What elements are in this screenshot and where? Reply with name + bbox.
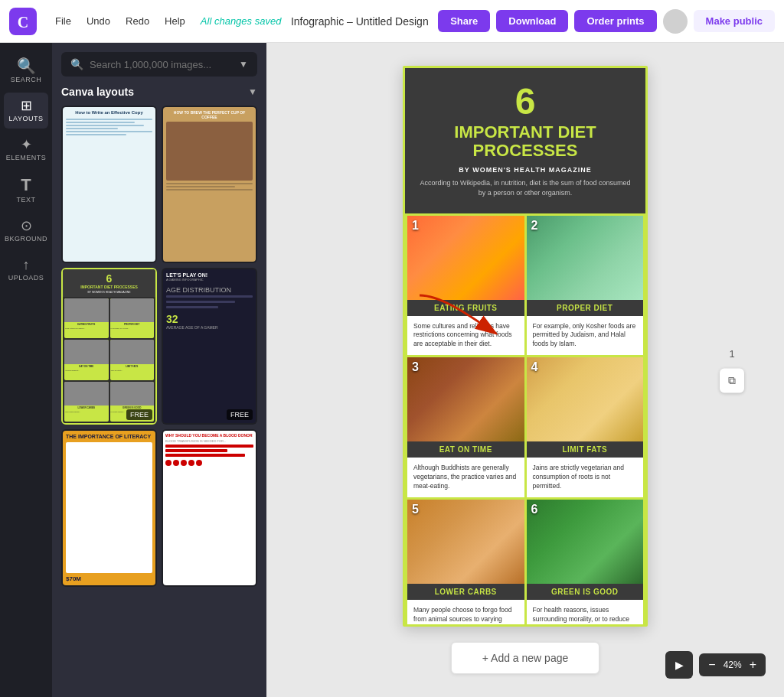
left-panel: 🔍 ▼ Canva layouts ▼ How to Write an Effe… xyxy=(52,43,266,697)
layout-card-blood[interactable]: WHY SHOULD YOU BECOME A BLOOD DONOR BLOO… xyxy=(162,429,257,587)
nav-redo[interactable]: Redo xyxy=(119,12,155,30)
background-icon: ⊙ xyxy=(21,219,32,233)
info-cell-3: 3 EAT ON TIME Although Buddhists are gen… xyxy=(407,357,524,497)
info-cell-label-1: EATING FRUITS xyxy=(407,300,524,316)
infographic-description: According to Wikipedia, in nutrition, di… xyxy=(417,178,633,197)
sidebar-label-search: SEARCH xyxy=(11,76,42,83)
layout-card-diet[interactable]: 6 IMPORTANT DIET PROCESSES BY WOMEN'S HE… xyxy=(61,268,157,425)
text-icon: T xyxy=(21,177,31,194)
uploads-icon: ↑ xyxy=(23,258,30,272)
sidebar-item-search[interactable]: 🔍 SEARCH xyxy=(4,52,48,90)
bottom-bar: ▶ − 42% + xyxy=(665,651,766,679)
info-cell-num-6: 6 xyxy=(531,503,538,516)
elements-icon: ✦ xyxy=(21,138,32,151)
canvas-area[interactable]: 6 IMPORTANT DIET PROCESSES BY WOMEN'S HE… xyxy=(266,43,784,697)
topbar-actions: Share Download Order prints Make public xyxy=(438,9,775,34)
infographic-grid: 1 EATING FRUITS Some cultures and religi… xyxy=(405,213,645,627)
zoom-out-button[interactable]: − xyxy=(705,656,718,673)
layout-card-copy[interactable]: How to Write an Effective Copy xyxy=(61,106,157,263)
info-cell-label-6: GREEN IS GOOD xyxy=(527,584,644,600)
sidebar-label-elements: ELEMENTS xyxy=(6,154,47,161)
sidebar-item-elements[interactable]: ✦ ELEMENTS xyxy=(4,132,48,168)
search-input[interactable] xyxy=(90,59,233,70)
info-cell-label-5: LOWER CARBS xyxy=(407,584,524,600)
info-cell-text-1: Some cultures and religions have restric… xyxy=(407,316,524,356)
infographic-title: IMPORTANT DIET PROCESSES xyxy=(417,123,633,160)
nav-file[interactable]: File xyxy=(49,12,77,30)
info-cell-num-2: 2 xyxy=(531,219,538,233)
infographic-header: 6 IMPORTANT DIET PROCESSES BY WOMEN'S HE… xyxy=(405,68,645,213)
info-cell-num-1: 1 xyxy=(412,219,419,233)
sidebar-item-background[interactable]: ⊙ BKGROUND xyxy=(4,213,48,249)
info-cell-text-6: For health reasons, issues surrounding m… xyxy=(527,600,644,627)
info-cell-num-4: 4 xyxy=(531,360,538,374)
doc-title: Infographic – Untitled Design xyxy=(287,15,432,28)
nav-undo[interactable]: Undo xyxy=(80,12,116,30)
present-tool[interactable]: ▶ xyxy=(665,651,693,679)
main-area: 🔍 SEARCH ⊞ LAYOUTS ✦ ELEMENTS T TEXT ⊙ B… xyxy=(0,43,784,697)
infographic-canvas[interactable]: 6 IMPORTANT DIET PROCESSES BY WOMEN'S HE… xyxy=(403,66,648,627)
share-button[interactable]: Share xyxy=(438,10,490,32)
info-cell-img-2: 2 xyxy=(527,216,644,300)
topbar: C File Undo Redo Help All changes saved … xyxy=(0,0,784,43)
order-prints-button[interactable]: Order prints xyxy=(574,10,656,32)
svg-text:C: C xyxy=(18,14,28,31)
topbar-nav: File Undo Redo Help All changes saved xyxy=(49,12,281,30)
nav-help[interactable]: Help xyxy=(158,12,191,30)
zoom-in-button[interactable]: + xyxy=(746,656,760,673)
info-cell-img-1: 1 xyxy=(407,216,524,300)
section-expand-icon[interactable]: ▼ xyxy=(248,86,257,97)
info-cell-label-2: PROPER DIET xyxy=(527,300,644,316)
info-cell-2: 2 PROPER DIET For example, only Kosher f… xyxy=(527,216,644,356)
section-header: Canva layouts ▼ xyxy=(61,86,257,98)
info-cell-text-4: Jains are strictly vegetarian and consum… xyxy=(527,458,644,497)
layout-card-coffee[interactable]: HOW TO BREW THE PERFECT CUP OF COFFEE xyxy=(162,106,257,263)
make-public-button[interactable]: Make public xyxy=(694,10,775,32)
info-cell-text-2: For example, only Kosher foods are permi… xyxy=(527,316,644,356)
section-title: Canva layouts xyxy=(61,86,134,98)
zoom-level: 42% xyxy=(720,660,745,670)
free-badge-game: FREE xyxy=(227,409,253,420)
infographic-number: 6 xyxy=(417,83,633,120)
zoom-controls: − 42% + xyxy=(699,653,766,676)
info-cell-1: 1 EATING FRUITS Some cultures and religi… xyxy=(407,216,524,356)
info-cell-4: 4 LIMIT FATS Jains are strictly vegetari… xyxy=(527,357,644,497)
free-badge: FREE xyxy=(126,409,152,420)
info-cell-text-5: Many people choose to forgo food from an… xyxy=(407,600,524,627)
info-cell-img-3: 3 xyxy=(407,357,524,441)
layouts-icon: ⊞ xyxy=(21,99,32,112)
download-button[interactable]: Download xyxy=(496,10,568,32)
layouts-grid: How to Write an Effective Copy xyxy=(61,106,257,587)
page-number: 1 xyxy=(729,347,734,359)
info-cell-img-5: 5 xyxy=(407,500,524,584)
info-cell-img-4: 4 xyxy=(527,357,644,441)
info-cell-5: 5 LOWER CARBS Many people choose to forg… xyxy=(407,500,524,627)
layout-card-game[interactable]: LET'S PLAY ON! A GAMING INFOGRAPHIC AGE … xyxy=(162,268,257,425)
info-cell-num-5: 5 xyxy=(412,503,419,516)
infographic-byline: BY WOMEN'S HEALTH MAGAZINE xyxy=(417,166,633,174)
info-cell-num-3: 3 xyxy=(412,360,419,374)
info-cell-6: 6 GREEN IS GOOD For health reasons, issu… xyxy=(527,500,644,627)
info-cell-img-6: 6 xyxy=(527,500,644,584)
sidebar-label-background: BKGROUND xyxy=(5,235,47,243)
info-cell-label-4: LIMIT FATS xyxy=(527,441,644,458)
dropdown-arrow-icon: ▼ xyxy=(239,59,248,70)
add-page-button[interactable]: + Add a new page xyxy=(451,642,600,674)
sidebar-label-layouts: LAYOUTS xyxy=(9,115,44,122)
layout-card-literacy[interactable]: THE IMPORTANCE OF LITERACY $70M xyxy=(61,429,157,587)
search-icon: 🔍 xyxy=(70,58,83,70)
info-cell-text-3: Although Buddhists are generally vegetar… xyxy=(407,458,524,497)
sidebar-label-text: TEXT xyxy=(16,196,35,204)
copy-page-tool[interactable]: ⧉ xyxy=(720,368,744,392)
avatar[interactable] xyxy=(663,9,688,34)
info-cell-label-3: EAT ON TIME xyxy=(407,441,524,458)
saved-status: All changes saved xyxy=(201,15,282,27)
sidebar-item-layouts[interactable]: ⊞ LAYOUTS xyxy=(4,93,48,129)
sidebar-icons: 🔍 SEARCH ⊞ LAYOUTS ✦ ELEMENTS T TEXT ⊙ B… xyxy=(0,43,52,697)
sidebar-item-uploads[interactable]: ↑ UPLOADS xyxy=(4,252,48,288)
sidebar-label-uploads: UPLOADS xyxy=(8,274,44,282)
canva-logo[interactable]: C xyxy=(9,8,37,35)
search-icon: 🔍 xyxy=(17,58,36,73)
sidebar-item-text[interactable]: T TEXT xyxy=(4,171,48,210)
search-bar[interactable]: 🔍 ▼ xyxy=(61,52,257,77)
